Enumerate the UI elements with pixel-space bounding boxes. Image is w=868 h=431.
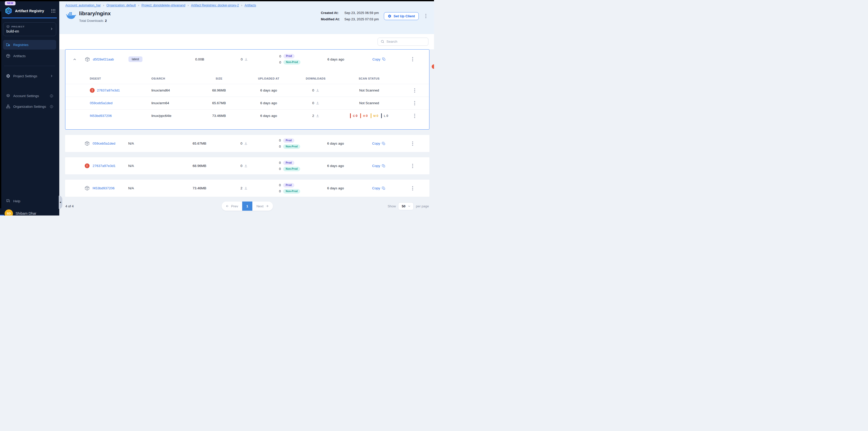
digest-link[interactable]: f453bd937206 <box>90 114 112 118</box>
prod-badge: Prod <box>283 161 294 165</box>
sidebar-item-account-settings[interactable]: Account Settings <box>3 91 56 101</box>
warning-icon: ! <box>82 163 93 168</box>
artifact-downloads: 2 <box>225 186 263 190</box>
tag-value: N/A <box>128 141 134 145</box>
arrow-left-icon <box>226 204 229 208</box>
set-up-client-button[interactable]: Set Up Client <box>384 12 419 20</box>
row-kebab-menu-icon[interactable] <box>402 112 427 119</box>
pager: Prev 1 Next <box>222 201 273 211</box>
info-icon[interactable] <box>50 94 54 98</box>
digest-link[interactable]: 27637a97e3d1 <box>97 89 120 92</box>
project-name: build-en <box>6 29 53 33</box>
chevron-right-icon <box>50 74 54 78</box>
info-icon[interactable] <box>50 105 54 108</box>
artifact-link[interactable]: f453bd937206 <box>93 186 115 190</box>
page-title: library/nginx <box>79 10 111 16</box>
sidebar-item-artifacts[interactable]: Artifacts <box>3 51 56 61</box>
updated-time: 6 days ago <box>311 186 360 190</box>
artifact-size: 0.00B <box>174 58 225 61</box>
medium-count: M0 <box>371 113 378 118</box>
window-chrome-top <box>0 0 434 1</box>
artifact-link[interactable]: 059ceb5a1ded <box>93 141 115 145</box>
copy-icon <box>382 187 385 190</box>
project-cube-icon <box>6 25 10 28</box>
modified-at-label: Modified At: <box>321 17 340 21</box>
artifact-row: f453bd937206 N/A 73.46MB 2 0Prod 0Non-Pr… <box>65 180 429 197</box>
project-label: PROJECT <box>11 25 25 28</box>
total-downloads-value: 2 <box>105 19 106 23</box>
breadcrumb-registry[interactable]: Artifact Registries: docker-proxy-2 <box>191 3 245 7</box>
svg-text:?: ? <box>7 199 8 201</box>
warning-icon: ! <box>90 88 95 93</box>
new-badge: NEW <box>5 1 16 5</box>
sidebar-nav: Registries Artifacts <box>0 40 59 61</box>
sidebar-item-label: Artifacts <box>13 54 26 58</box>
collapse-row-button[interactable] <box>72 57 78 62</box>
help-chat-icon: ? <box>6 199 10 203</box>
docker-whale-icon <box>65 11 76 20</box>
next-page-button[interactable]: Next <box>252 201 273 211</box>
row-kebab-menu-icon[interactable] <box>398 185 427 192</box>
sidebar-collapse-handle[interactable]: ◀ <box>59 196 62 209</box>
digest-downloads: 0 <box>296 101 336 105</box>
package-icon <box>82 57 93 62</box>
copy-button[interactable]: Copy <box>360 186 398 190</box>
row-kebab-menu-icon[interactable] <box>402 100 427 106</box>
sidebar-item-registries[interactable]: Registries <box>3 40 56 49</box>
column-header: UPLOADED AT <box>242 77 296 80</box>
package-icon <box>6 54 10 58</box>
user-menu[interactable]: SD Shibam Dhar <box>5 208 56 216</box>
search-input[interactable] <box>386 40 425 43</box>
search-box[interactable] <box>377 38 428 46</box>
breadcrumb-artifacts[interactable]: Artifacts <box>245 4 256 7</box>
row-kebab-menu-icon[interactable] <box>398 163 427 169</box>
digest-link[interactable]: 059ceb5a1ded <box>90 101 113 105</box>
pagination-bar: 4 of 4 Prev 1 Next Show 50 per page <box>65 197 429 216</box>
download-icon <box>316 89 319 92</box>
uploaded-at: 6 days ago <box>242 89 296 92</box>
scan-status: Not Scanned <box>336 89 402 92</box>
row-kebab-menu-icon[interactable] <box>402 87 427 94</box>
copy-button[interactable]: Copy <box>360 164 398 168</box>
breadcrumb-organization[interactable]: Organization: default <box>106 3 142 7</box>
project-selector[interactable]: PROJECT build-en <box>3 22 56 36</box>
created-at-value: Sep 23, 2025 06:59 pm <box>344 11 379 15</box>
breadcrumb-project[interactable]: Project: donotdelete-shivanand <box>142 3 191 7</box>
apps-grid-icon[interactable] <box>52 9 55 13</box>
high-count: H0 <box>360 113 368 118</box>
timestamps: Created At: Sep 23, 2025 06:59 pm Modifi… <box>321 11 379 21</box>
breadcrumb-account[interactable]: Account: automation_har <box>65 3 106 7</box>
breadcrumb: Account: automation_har Organization: de… <box>65 3 428 7</box>
gear-icon <box>388 14 392 18</box>
page-number-1[interactable]: 1 <box>242 201 252 211</box>
download-icon <box>244 142 248 145</box>
digest-size: 65.67MB <box>196 101 242 105</box>
critical-count: C0 <box>350 113 358 118</box>
artifact-size: 73.46MB <box>174 186 225 190</box>
sidebar-item-organization-settings[interactable]: Organization Settings <box>3 102 56 111</box>
user-name: Shibam Dhar <box>16 211 36 216</box>
copy-button[interactable]: Copy <box>360 141 398 145</box>
download-icon <box>316 114 319 118</box>
search-icon <box>380 40 384 43</box>
row-kebab-menu-icon[interactable] <box>398 56 427 63</box>
tag-value: N/A <box>128 186 134 190</box>
artifact-list: d5f28ef21aab latest 0.00B 0 0Prod 0Non-P… <box>59 49 434 216</box>
artifact-link[interactable]: 27637a97e3d1 <box>93 164 116 168</box>
artifact-downloads: 0 <box>225 164 263 168</box>
low-count: L0 <box>381 113 388 118</box>
copy-button[interactable]: Copy <box>360 58 398 61</box>
sidebar-item-help[interactable]: ? Help <box>3 196 56 206</box>
page-size-select[interactable]: 50 <box>398 202 413 210</box>
sidebar-item-project-settings[interactable]: Project Settings <box>3 71 56 81</box>
artifact-group-card-expanded: d5f28ef21aab latest 0.00B 0 0Prod 0Non-P… <box>65 49 429 130</box>
main-area: Account: automation_har Organization: de… <box>59 0 434 216</box>
artifact-link[interactable]: d5f28ef21aab <box>93 58 114 61</box>
row-kebab-menu-icon[interactable] <box>398 140 427 147</box>
header-kebab-menu-icon[interactable] <box>424 13 428 19</box>
sidebar-item-label: Project Settings <box>13 74 37 78</box>
app-logo-icon <box>5 7 12 15</box>
prev-page-button[interactable]: Prev <box>222 201 242 211</box>
column-header: OS/ARCH <box>151 77 196 80</box>
download-icon <box>244 164 248 167</box>
